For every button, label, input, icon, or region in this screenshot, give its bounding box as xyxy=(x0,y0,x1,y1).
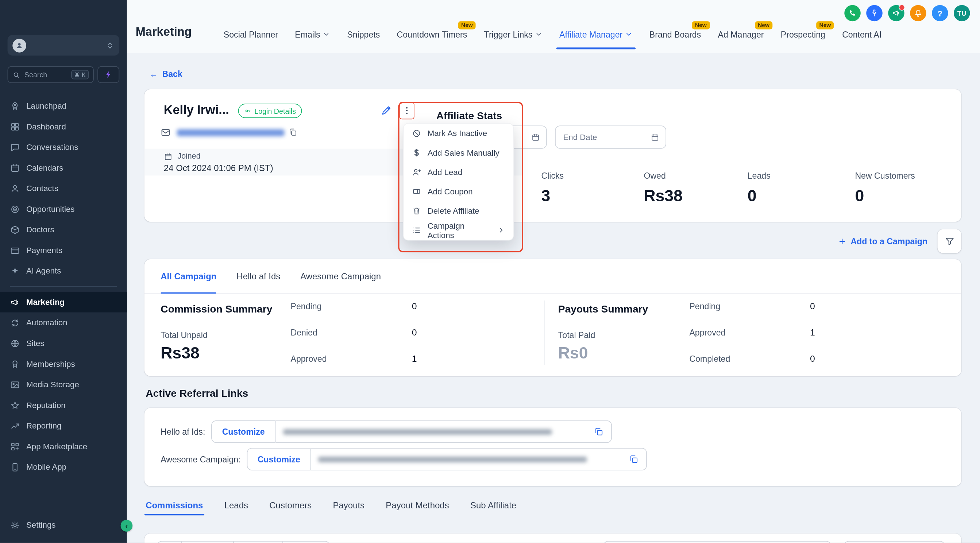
menu-item-add-coupon[interactable]: Add Coupon xyxy=(404,182,513,201)
trend-icon xyxy=(10,421,20,431)
menu-item-label: Add Coupon xyxy=(428,187,473,196)
sidebar-item-automation[interactable]: Automation xyxy=(0,313,127,333)
ai-quick-action-button[interactable] xyxy=(97,67,119,83)
tab-payouts[interactable]: Payouts xyxy=(333,500,364,510)
stat-owed: OwedRs38 xyxy=(644,171,682,205)
table-filter-control[interactable] xyxy=(844,541,945,543)
chevron-down-icon xyxy=(535,31,542,38)
sidebar-item-launchpad[interactable]: Launchpad xyxy=(0,95,127,116)
copy-link-icon[interactable] xyxy=(593,427,603,437)
megaphone-icon xyxy=(10,297,20,307)
menu-item-add-lead[interactable]: Add Lead xyxy=(404,162,513,182)
sidebar-item-reputation[interactable]: Reputation xyxy=(0,395,127,416)
payout-approved-value: 1 xyxy=(810,327,815,337)
sidebar-item-reporting[interactable]: Reporting xyxy=(0,415,127,436)
tab-brand-boards[interactable]: Brand BoardsNew xyxy=(649,28,701,40)
tab-leads[interactable]: Leads xyxy=(224,500,248,510)
menu-item-campaign-actions[interactable]: Campaign Actions xyxy=(404,221,513,240)
edit-pencil-icon[interactable] xyxy=(380,104,393,116)
referral-link-input[interactable] xyxy=(275,421,612,443)
tab-trigger-links[interactable]: Trigger Links xyxy=(484,28,542,40)
tab-sub-affiliate[interactable]: Sub Affiliate xyxy=(470,500,516,510)
sidebar-item-doctors[interactable]: Doctors xyxy=(0,219,127,240)
tab-affiliate-manager[interactable]: Affiliate Manager xyxy=(559,28,633,40)
segment-button[interactable] xyxy=(181,541,234,543)
menu-item-mark-as-inactive[interactable]: Mark As Inactive xyxy=(404,124,513,143)
cube-icon xyxy=(10,225,20,235)
sidebar-item-settings[interactable]: Settings xyxy=(0,515,127,536)
sidebar-item-conversations[interactable]: Conversations xyxy=(0,137,127,157)
menu-item-delete-affiliate[interactable]: Delete Affiliate xyxy=(404,201,513,221)
calendar-icon xyxy=(164,152,173,161)
tab-content-ai[interactable]: Content AI xyxy=(842,28,881,40)
sparkle-icon xyxy=(10,266,20,276)
tab-prospecting[interactable]: ProspectingNew xyxy=(781,28,825,40)
app-window: ⌘ K Launchpad Dashboard Conversations Ca… xyxy=(0,0,980,543)
tab-commissions[interactable]: Commissions xyxy=(146,500,203,510)
sidebar-item-media-storage[interactable]: Media Storage xyxy=(0,374,127,395)
sidebar-item-sites[interactable]: Sites xyxy=(0,333,127,354)
customize-button[interactable]: Customize xyxy=(247,448,311,470)
tab-snippets[interactable]: Snippets xyxy=(347,28,380,40)
notifications-button[interactable] xyxy=(910,5,926,22)
tab-label: Ad Manager xyxy=(718,30,764,39)
help-button[interactable]: ? xyxy=(932,5,948,22)
customize-button[interactable]: Customize xyxy=(212,421,275,443)
segment-button[interactable] xyxy=(282,541,330,543)
announcements-button[interactable] xyxy=(888,5,904,22)
login-details-badge[interactable]: Login Details xyxy=(238,103,302,118)
tab-payout-methods[interactable]: Payout Methods xyxy=(386,500,449,510)
segment-button[interactable] xyxy=(233,541,283,543)
chevron-down-icon xyxy=(323,31,330,38)
pin-button[interactable] xyxy=(866,5,883,22)
copy-link-icon[interactable] xyxy=(629,454,639,464)
sidebar-item-ai-agents[interactable]: AI Agents xyxy=(0,260,127,281)
tab-all-campaign[interactable]: All Campaign xyxy=(161,259,216,293)
end-date-input[interactable] xyxy=(555,125,666,148)
image-icon xyxy=(10,379,20,389)
end-date-field[interactable] xyxy=(562,132,651,142)
tab-hello-af-ids[interactable]: Hello af Ids xyxy=(236,259,280,293)
dollar-icon: $ xyxy=(412,148,422,157)
tab-social-planner[interactable]: Social Planner xyxy=(224,28,278,40)
chat-icon xyxy=(10,142,20,152)
tab-ad-manager[interactable]: Ad ManagerNew xyxy=(718,28,764,40)
mobile-icon xyxy=(10,462,20,472)
user-avatar[interactable]: TU xyxy=(954,5,970,22)
back-link[interactable]: ← Back xyxy=(149,67,182,81)
tab-label: Leads xyxy=(224,500,248,510)
main-area: Marketing Social Planner Emails Snippets… xyxy=(127,0,980,543)
sidebar-collapse-button[interactable]: ‹ xyxy=(121,520,133,532)
commission-denied-label: Denied xyxy=(291,328,317,337)
tab-emails[interactable]: Emails xyxy=(295,28,330,40)
ban-icon xyxy=(412,129,422,138)
sidebar-item-calendars[interactable]: Calendars xyxy=(0,157,127,178)
tab-customers[interactable]: Customers xyxy=(269,500,312,510)
sidebar-item-memberships[interactable]: Memberships xyxy=(0,354,127,375)
sidebar-item-dashboard[interactable]: Dashboard xyxy=(0,116,127,137)
sidebar-item-payments[interactable]: Payments xyxy=(0,240,127,261)
copy-email-icon[interactable] xyxy=(288,127,298,137)
menu-item-add-sales-manually[interactable]: $Add Sales Manually xyxy=(404,143,513,162)
phone-button[interactable] xyxy=(844,5,861,22)
sidebar-item-contacts[interactable]: Contacts xyxy=(0,178,127,199)
menu-item-label: Mark As Inactive xyxy=(428,129,487,138)
segment-button[interactable] xyxy=(157,541,182,543)
tab-countdown-timers[interactable]: Countdown TimersNew xyxy=(397,28,468,40)
search-input-wrap[interactable]: ⌘ K xyxy=(8,67,94,83)
filter-button[interactable] xyxy=(938,229,961,253)
account-switcher[interactable] xyxy=(8,35,120,56)
campaign-tabs: All Campaign Hello af Ids Awesome Campai… xyxy=(145,259,961,294)
sidebar-item-opportunities[interactable]: Opportunities xyxy=(0,199,127,219)
affiliate-actions-menu-button[interactable] xyxy=(399,102,414,119)
sidebar-item-mobile-app[interactable]: Mobile App xyxy=(0,457,127,477)
table-search-input[interactable] xyxy=(603,541,831,543)
affiliate-actions-dropdown: Mark As Inactive $Add Sales Manually Add… xyxy=(403,123,514,240)
sidebar-item-label: Automation xyxy=(26,318,67,327)
sidebar-item-app-marketplace[interactable]: App Marketplace xyxy=(0,436,127,457)
sidebar-item-marketing[interactable]: Marketing xyxy=(0,292,127,313)
referral-link-input[interactable] xyxy=(311,448,647,470)
tab-awesome-campaign[interactable]: Awesome Campaign xyxy=(300,259,381,293)
add-to-campaign-button[interactable]: Add to a Campaign xyxy=(838,236,928,246)
search-input[interactable] xyxy=(23,70,60,79)
